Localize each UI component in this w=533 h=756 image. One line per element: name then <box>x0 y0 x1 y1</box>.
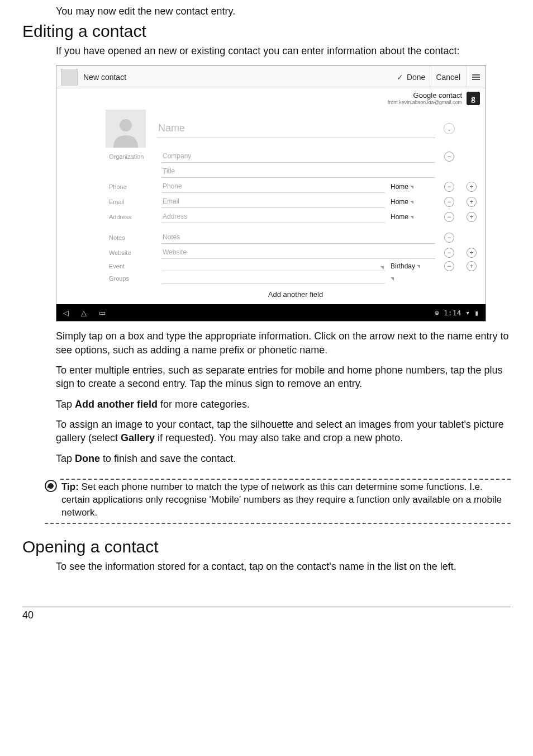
header-avatar-icon <box>61 69 78 86</box>
address-input[interactable]: Address <box>161 210 385 223</box>
cancel-button[interactable]: Cancel <box>430 66 466 88</box>
section2-para: To see the information stored for a cont… <box>56 560 511 573</box>
chevron-down-icon <box>380 266 384 270</box>
chevron-down-icon <box>410 201 413 204</box>
account-email-label: from kevin.abson.kta@gmail.com <box>388 100 462 106</box>
event-type-selector[interactable]: Birthday <box>391 262 435 270</box>
chevron-down-icon <box>410 216 413 219</box>
chevron-down-icon <box>417 265 420 268</box>
para3: Tap Add another field for more categorie… <box>56 398 511 411</box>
clock-label: 1:14 <box>444 309 461 317</box>
editor-title: New contact <box>83 73 392 82</box>
phone-label: Phone <box>106 183 156 190</box>
name-row: Name ⌄ <box>106 108 486 149</box>
tip-box: Tip: Set each phone number to match the … <box>45 473 511 530</box>
email-row: Email Email Home − + <box>106 194 486 209</box>
tip-text: Set each phone number to match the type … <box>61 481 502 518</box>
overflow-menu-icon[interactable] <box>466 66 486 88</box>
organization-row: Organization Company − <box>106 149 486 164</box>
add-email-button[interactable]: + <box>467 197 477 207</box>
intro-text: You may now edit the new contact entry. <box>56 6 511 17</box>
groups-row: Groups <box>106 272 486 285</box>
battery-icon: ▮ <box>474 309 479 317</box>
address-label: Address <box>106 214 156 220</box>
pin-icon <box>45 480 57 492</box>
add-phone-button[interactable]: + <box>467 182 477 192</box>
email-type-selector[interactable]: Home <box>391 198 435 206</box>
remove-notes-button[interactable]: − <box>444 233 454 243</box>
tip-label: Tip: <box>61 481 79 492</box>
company-input[interactable]: Company <box>161 150 435 163</box>
email-input[interactable]: Email <box>161 195 385 208</box>
notes-row: Notes Notes − <box>106 230 486 245</box>
website-row: Website Website − + <box>106 245 486 260</box>
add-address-button[interactable]: + <box>467 212 477 222</box>
contact-avatar[interactable] <box>106 110 146 148</box>
website-label: Website <box>106 249 156 256</box>
phone-input[interactable]: Phone <box>161 180 385 193</box>
done-button[interactable]: ✓ Done <box>392 73 430 82</box>
google-badge-icon: g <box>467 92 480 105</box>
section1-intro: If you have opened an new or existing co… <box>56 44 511 58</box>
email-label: Email <box>106 199 156 205</box>
remove-website-button[interactable]: − <box>444 248 454 258</box>
groups-input[interactable] <box>161 273 385 284</box>
page-footer: 40 <box>22 607 511 638</box>
groups-label: Groups <box>106 275 156 282</box>
para2: To enter multiple entries, such as separ… <box>56 363 511 391</box>
page-number: 40 <box>22 609 34 621</box>
name-options-button[interactable]: ⌄ <box>444 123 455 134</box>
para4: To assign an image to your contact, tap … <box>56 418 511 445</box>
phone-row: Phone Phone Home − + <box>106 179 486 194</box>
chevron-down-icon <box>410 186 413 189</box>
event-input[interactable] <box>161 261 385 271</box>
contact-editor-screenshot: New contact ✓ Done Cancel Google contact… <box>56 65 486 322</box>
remove-address-button[interactable]: − <box>444 212 454 222</box>
done-label: Done <box>407 73 425 82</box>
notes-input[interactable]: Notes <box>161 231 435 244</box>
address-type-selector[interactable]: Home <box>391 213 435 221</box>
para5: Tap Done to finish and save the contact. <box>56 452 511 465</box>
add-another-field-button[interactable]: Add another field <box>106 285 486 304</box>
address-row: Address Address Home − + <box>106 209 486 224</box>
add-website-button[interactable]: + <box>467 248 477 258</box>
website-input[interactable]: Website <box>161 246 435 259</box>
recents-icon[interactable]: ▭ <box>99 309 106 317</box>
title-input[interactable]: Title <box>161 165 435 178</box>
event-row: Event Birthday − + <box>106 260 486 272</box>
add-event-button[interactable]: + <box>467 261 477 271</box>
remove-org-button[interactable]: − <box>444 152 454 162</box>
remove-event-button[interactable]: − <box>444 261 454 271</box>
editor-header: New contact ✓ Done Cancel <box>56 66 486 88</box>
home-icon[interactable]: △ <box>81 309 87 317</box>
android-nav-bar: ◁ △ ▭ ⊜ 1:14 ▾ ▮ <box>56 304 486 321</box>
phone-type-selector[interactable]: Home <box>391 183 435 191</box>
event-label: Event <box>106 263 156 270</box>
editing-contact-heading: Editing a contact <box>22 22 511 41</box>
notes-label: Notes <box>106 234 156 241</box>
wifi-icon: ▾ <box>465 309 470 317</box>
para1: Simply tap on a box and type the appropr… <box>56 329 511 357</box>
organization-label: Organization <box>106 153 156 160</box>
svg-point-0 <box>120 119 132 131</box>
chevron-down-icon <box>391 277 394 281</box>
account-row: Google contact from kevin.abson.kta@gmai… <box>106 88 486 108</box>
check-icon: ✓ <box>397 73 403 82</box>
usb-icon: ⊜ <box>435 309 439 317</box>
remove-phone-button[interactable]: − <box>444 182 454 192</box>
back-icon[interactable]: ◁ <box>63 309 69 317</box>
name-input[interactable]: Name <box>157 119 435 138</box>
title-row: Title <box>106 164 486 179</box>
account-type-label: Google contact <box>388 92 462 100</box>
remove-email-button[interactable]: − <box>444 197 454 207</box>
opening-contact-heading: Opening a contact <box>22 537 511 556</box>
